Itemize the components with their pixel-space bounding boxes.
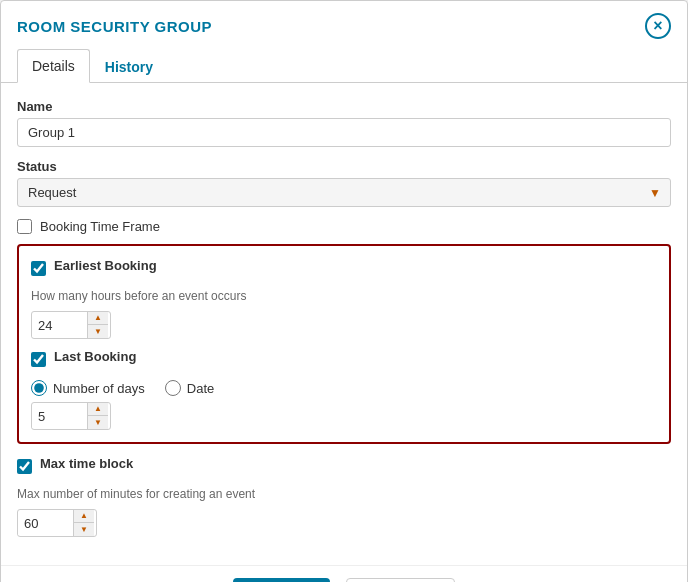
name-group: Name xyxy=(17,99,671,147)
max-time-spinner-buttons: ▲ ▼ xyxy=(73,510,94,536)
earliest-booking-label: Earliest Booking xyxy=(54,258,157,273)
booking-section-bordered: Earliest Booking How many hours before a… xyxy=(17,244,671,444)
tab-details[interactable]: Details xyxy=(17,49,90,83)
room-security-group-modal: ROOM SECURITY GROUP × Details History Na… xyxy=(0,0,688,582)
max-time-input[interactable] xyxy=(18,512,73,535)
status-select-wrapper: Request Approved Pending ▼ xyxy=(17,178,671,207)
modal-title: ROOM SECURITY GROUP xyxy=(17,18,212,35)
modal-body: Name Status Request Approved Pending ▼ B… xyxy=(1,83,687,565)
earliest-booking-up-button[interactable]: ▲ xyxy=(88,312,108,325)
max-time-section: Max time block Max number of minutes for… xyxy=(17,456,671,537)
earliest-booking-group: Earliest Booking xyxy=(31,258,657,279)
last-booking-subsection: Last Booking Number of days Date ▲ xyxy=(31,349,657,430)
last-booking-label: Last Booking xyxy=(54,349,136,364)
earliest-booking-subsection: Earliest Booking How many hours before a… xyxy=(31,258,657,339)
max-time-up-button[interactable]: ▲ xyxy=(74,510,94,523)
booking-timeframe-label: Booking Time Frame xyxy=(40,219,160,234)
save-button[interactable]: Save xyxy=(233,578,330,582)
last-booking-spinner: ▲ ▼ xyxy=(31,402,111,430)
earliest-booking-input[interactable] xyxy=(32,314,87,337)
last-booking-input[interactable] xyxy=(32,405,87,428)
tab-history[interactable]: History xyxy=(90,49,168,83)
max-time-spinner: ▲ ▼ xyxy=(17,509,97,537)
earliest-booking-spinner: ▲ ▼ xyxy=(31,311,111,339)
status-label: Status xyxy=(17,159,671,174)
earliest-booking-checkbox[interactable] xyxy=(31,261,46,276)
last-booking-group: Last Booking xyxy=(31,349,657,370)
earliest-booking-down-button[interactable]: ▼ xyxy=(88,325,108,338)
number-of-days-label: Number of days xyxy=(53,381,145,396)
max-time-desc: Max number of minutes for creating an ev… xyxy=(17,487,671,501)
tab-bar: Details History xyxy=(1,49,687,83)
booking-timeframe-group: Booking Time Frame xyxy=(17,219,671,234)
status-select[interactable]: Request Approved Pending xyxy=(17,178,671,207)
booking-timeframe-checkbox[interactable] xyxy=(17,219,32,234)
max-time-group: Max time block xyxy=(17,456,671,477)
name-input[interactable] xyxy=(17,118,671,147)
date-label: Date xyxy=(187,381,214,396)
date-radio[interactable] xyxy=(165,380,181,396)
modal-footer: Save Cancel xyxy=(1,565,687,582)
last-booking-radio-row: Number of days Date xyxy=(31,380,657,396)
last-booking-checkbox[interactable] xyxy=(31,352,46,367)
earliest-booking-desc: How many hours before an event occurs xyxy=(31,289,657,303)
last-booking-down-button[interactable]: ▼ xyxy=(88,416,108,429)
max-time-checkbox[interactable] xyxy=(17,459,32,474)
last-booking-up-button[interactable]: ▲ xyxy=(88,403,108,416)
name-label: Name xyxy=(17,99,671,114)
cancel-button[interactable]: Cancel xyxy=(346,578,456,582)
status-group: Status Request Approved Pending ▼ xyxy=(17,159,671,207)
modal-header: ROOM SECURITY GROUP × xyxy=(1,1,687,39)
max-time-label: Max time block xyxy=(40,456,133,471)
number-of-days-radio[interactable] xyxy=(31,380,47,396)
number-of-days-option: Number of days xyxy=(31,380,145,396)
last-booking-spinner-buttons: ▲ ▼ xyxy=(87,403,108,429)
earliest-booking-spinner-buttons: ▲ ▼ xyxy=(87,312,108,338)
date-option: Date xyxy=(165,380,214,396)
close-button[interactable]: × xyxy=(645,13,671,39)
max-time-down-button[interactable]: ▼ xyxy=(74,523,94,536)
